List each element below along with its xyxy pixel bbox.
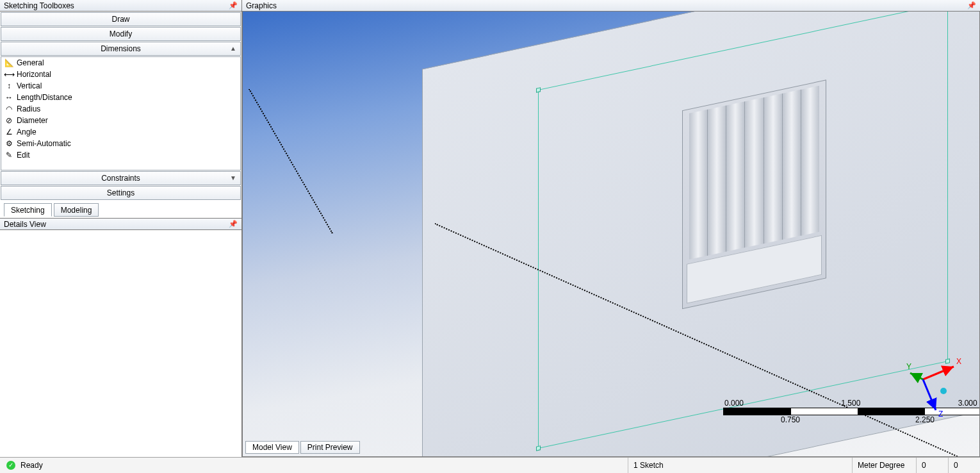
dimension-tool-diameter[interactable]: ⊘Diameter [1,115,240,126]
accordion-settings[interactable]: Settings [1,186,241,200]
status-selection: 1 Sketch [628,458,852,473]
status-coord-b: 0 [948,458,980,473]
tab-modeling[interactable]: Modeling [54,203,99,217]
details-view-body [0,230,241,457]
scale-tick: 1.500 [841,399,860,408]
tab-modeling-label: Modeling [61,206,92,215]
radius-icon: ◠ [4,104,14,113]
status-ok-icon [6,461,15,470]
dimension-tool-label: General [17,58,44,67]
dimension-tool-general[interactable]: 📐General [1,57,240,69]
dimension-tool-edit[interactable]: ✎Edit [1,149,240,161]
pin-icon[interactable]: 📌 [967,1,976,10]
accordion-constraints[interactable]: Constraints ▼ [1,171,241,185]
accordion-draw[interactable]: Draw [1,12,241,26]
mode-tabs: Sketching Modeling [0,201,241,218]
sketch-handle[interactable] [536,445,541,451]
accordion-modify[interactable]: Modify [1,27,241,41]
svg-line-1 [910,373,923,379]
ruler-icon: 📐 [4,58,14,67]
pin-icon[interactable]: 📌 [229,1,238,10]
status-selection-text: 1 Sketch [633,461,664,470]
diameter-icon: ⊘ [4,116,14,125]
dimension-tool-length-distance[interactable]: ↔Length/Distance [1,92,240,103]
status-bar: Ready 1 Sketch Meter Degree 0 0 [0,457,980,473]
scale-tick: 0.000 [724,399,744,408]
tab-sketching-label: Sketching [11,206,45,215]
status-coord-a: 0 [916,458,948,473]
dimension-tool-label: Edit [17,151,30,160]
dimensions-tool-list: 📐General⟷Horizontal↕Vertical↔Length/Dist… [1,56,241,170]
status-coord-a-value: 0 [922,461,926,470]
graphics-viewport[interactable]: ANSYS R15.0 [242,12,980,457]
accordion-modify-label: Modify [110,29,132,38]
tab-print-preview-label: Print Preview [307,443,353,452]
horizontal-icon: ⟷ [4,70,14,79]
status-unit-length: Meter [858,461,878,470]
dimension-tool-horizontal[interactable]: ⟷Horizontal [1,69,240,80]
triad-y-label: Y [906,362,911,371]
scroll-down-icon[interactable]: ▼ [230,174,236,181]
dimension-tool-label: Diameter [17,116,48,125]
details-view-header: Details View 📌 [0,219,241,230]
dimension-tool-radius[interactable]: ◠Radius [1,103,240,115]
tab-print-preview[interactable]: Print Preview [300,441,360,454]
accordion-draw-label: Draw [111,15,129,24]
angle-icon: ∠ [4,128,14,137]
status-coord-b-value: 0 [954,461,958,470]
axis-guideline [249,89,333,234]
model-pocket [682,79,826,309]
status-unit-angle: Degree [879,461,904,470]
graphics-title: Graphics [246,1,277,10]
accordion-settings-label: Settings [107,188,135,197]
svg-point-3 [940,388,947,394]
model-ribs [689,86,819,260]
accordion-dimensions[interactable]: Dimensions ▲ [1,42,241,56]
dimension-tool-label: Length/Distance [17,93,72,102]
status-ready-label: Ready [20,461,48,470]
details-view-title: Details View [4,220,46,229]
dimension-tool-angle[interactable]: ∠Angle [1,126,240,138]
orientation-triad[interactable]: X Y Z [904,354,961,418]
graphics-header: Graphics 📌 [242,0,980,12]
pin-icon[interactable]: 📌 [229,220,238,228]
tab-model-view[interactable]: Model View [245,441,299,454]
dimension-tool-label: Horizontal [17,70,51,79]
model-slab [422,12,980,457]
sketching-toolboxes-header: Sketching Toolboxes 📌 [0,0,241,12]
dimension-tool-vertical[interactable]: ↕Vertical [1,80,240,92]
status-units: Meter Degree [852,458,916,473]
length-icon: ↔ [4,93,14,102]
scroll-up-icon[interactable]: ▲ [230,45,236,52]
accordion-dimensions-label: Dimensions [101,44,141,53]
dimension-tool-label: Radius [17,104,40,113]
scale-tick: 0.750 [723,415,858,424]
tab-model-view-label: Model View [252,443,292,452]
dimension-tool-label: Semi-Automatic [17,139,71,148]
triad-z-label: Z [938,410,943,418]
edit-icon: ✎ [4,151,14,160]
dimension-tool-label: Angle [17,128,37,137]
dimension-tool-semi-automatic[interactable]: ⚙Semi-Automatic [1,138,240,149]
sketching-toolboxes-title: Sketching Toolboxes [4,1,74,10]
accordion-constraints-label: Constraints [101,174,140,183]
triad-x-label: X [956,357,961,366]
dimension-tool-label: Vertical [17,81,42,90]
tab-sketching[interactable]: Sketching [4,203,52,217]
svg-line-0 [923,367,954,379]
semi-auto-icon: ⚙ [4,139,14,148]
vertical-icon: ↕ [4,81,14,90]
svg-line-2 [923,379,936,410]
sketch-handle[interactable] [536,87,541,92]
graphics-view-tabs: Model View Print Preview [245,441,360,454]
